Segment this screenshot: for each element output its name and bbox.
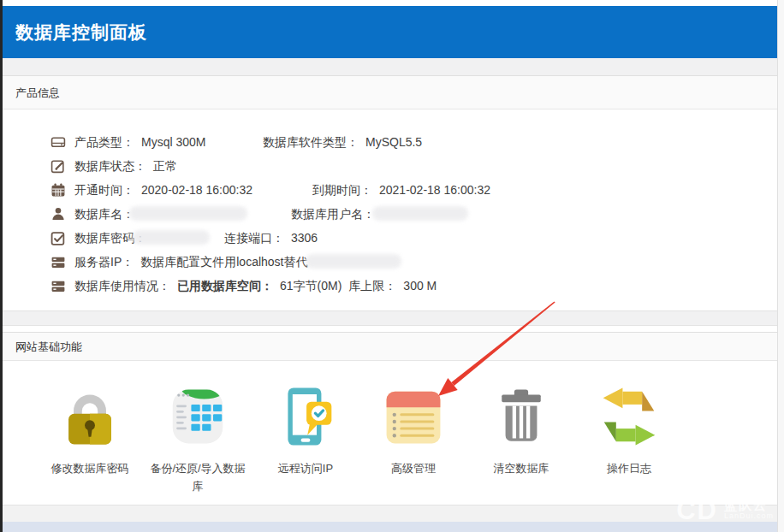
feature-operation-logs[interactable]: 操作日志: [575, 382, 683, 496]
value: Mysql 300M: [141, 135, 205, 149]
trash-icon: [487, 382, 555, 451]
user-icon: [50, 206, 66, 222]
field-expire-time: 到期时间：2021-02-18 16:00:32: [312, 178, 490, 202]
feature-label[interactable]: 远程访问IP: [278, 460, 333, 478]
product-info-body: 产品类型：Mysql 300M 数据库软件类型：MySQL5.5 数据库状态：正…: [3, 109, 777, 310]
label: 产品类型：: [74, 135, 134, 149]
bottom-blue-strip: [3, 522, 777, 532]
label: 数据库用户名：: [291, 207, 375, 221]
info-row-db-usage: 数据库使用情况：已用数据库空间：61字节(0M)库上限：300 M: [3, 274, 777, 298]
notes-icon: [379, 382, 448, 451]
label: 到期时间：: [312, 183, 372, 197]
field-db-username: 数据库用户名：: [291, 202, 375, 226]
field-server-ip: 服务器IP：数据库配置文件用localhost替代: [74, 250, 308, 274]
value: 数据库配置文件用localhost替代: [140, 255, 307, 269]
field-open-time: 开通时间：2020-02-18 16:00:32: [74, 178, 252, 202]
header-gap-band: [3, 58, 777, 75]
value: MySQL5.5: [365, 135, 422, 149]
feature-empty-database[interactable]: 清空数据库: [467, 382, 575, 496]
section-product-info-label: 产品信息: [15, 86, 60, 99]
feature-backup-restore-import[interactable]: 备份/还原/导入数据库: [144, 382, 252, 496]
field-product-type: 产品类型：Mysql 300M: [74, 130, 205, 154]
feature-label[interactable]: 备份/还原/导入数据库: [148, 460, 247, 496]
main-content: 数据库控制面板 产品信息 产品类型：Mysql 300M 数据库软件类型：MyS…: [3, 0, 777, 532]
feature-label[interactable]: 修改数据库密码: [51, 460, 129, 478]
field-db-usage: 数据库使用情况：已用数据库空间：61字节(0M)库上限：300 M: [74, 274, 437, 298]
field-db-name: 数据库名：: [74, 202, 134, 226]
calendar-icon: [50, 182, 66, 198]
features-row: 修改数据库密码: [3, 361, 777, 496]
panel-header: 数据库控制面板: [3, 6, 777, 58]
used-space-label: 已用数据库空间：: [177, 279, 273, 293]
sync-icon: [595, 382, 663, 451]
bottom-gray-strip: [3, 505, 777, 522]
label: 开通时间：: [74, 183, 134, 197]
info-row-db-password: 数据库密码： 连接端口：3306: [3, 226, 777, 250]
server-icon: [50, 254, 66, 269]
info-row-server-ip: 服务器IP：数据库配置文件用localhost替代: [3, 250, 777, 274]
section-site-features-label: 网站基础功能: [15, 340, 82, 353]
features-body: 修改数据库密码: [3, 361, 777, 505]
feature-label[interactable]: 高级管理: [391, 460, 436, 478]
redacted-db-name: [129, 206, 247, 221]
field-port: 连接端口：3306: [224, 226, 318, 250]
value: 2021-02-18 16:00:32: [379, 183, 490, 197]
feature-label[interactable]: 操作日志: [607, 460, 651, 478]
label: 连接端口：: [224, 231, 284, 245]
info-row-dates: 开通时间：2020-02-18 16:00:32 到期时间：2021-02-18…: [3, 178, 777, 202]
label: 数据库名：: [74, 207, 134, 221]
remote-ip-icon: [271, 382, 340, 451]
section-gap-band: [3, 310, 777, 326]
redacted-server-ip: [306, 254, 401, 269]
info-row-product-type: 产品类型：Mysql 300M 数据库软件类型：MySQL5.5: [3, 130, 777, 154]
feature-remote-access-ip[interactable]: 远程访问IP: [252, 382, 359, 496]
checkbox-icon: [50, 230, 66, 245]
value: 正常: [153, 159, 177, 173]
feature-change-db-password[interactable]: 修改数据库密码: [36, 382, 144, 496]
feature-advanced-management[interactable]: 高级管理: [359, 382, 467, 496]
edit-icon: [50, 158, 66, 174]
drive-icon: [50, 134, 66, 150]
server-icon: [50, 278, 66, 293]
top-strip: [3, 0, 777, 6]
value: 2020-02-18 16:00:32: [141, 183, 252, 197]
field-db-status: 数据库状态：正常: [74, 154, 177, 178]
page-title: 数据库控制面板: [3, 6, 777, 58]
limit-value: 300 M: [403, 279, 437, 293]
label: 数据库状态：: [74, 159, 146, 173]
used-space-value: 61字节(0M): [280, 279, 342, 293]
feature-label[interactable]: 清空数据库: [494, 460, 549, 478]
backup-icon: [163, 382, 232, 451]
redacted-db-username: [372, 206, 468, 221]
section-site-features: 网站基础功能: [3, 332, 777, 361]
label: 数据库使用情况：: [74, 279, 170, 293]
database-control-panel-page: 数据库控制面板 产品信息 产品类型：Mysql 300M 数据库软件类型：MyS…: [0, 0, 784, 532]
lock-icon: [56, 382, 124, 451]
label: 服务器IP：: [74, 255, 134, 269]
window-right-edge: [777, 0, 784, 532]
window-left-edge: [0, 0, 3, 532]
redacted-db-password: [133, 230, 210, 245]
field-db-software-type: 数据库软件类型：MySQL5.5: [263, 130, 422, 154]
limit-label: 库上限：: [348, 279, 396, 293]
section-product-info: 产品信息: [3, 75, 777, 109]
value: 3306: [291, 231, 318, 245]
info-row-db-status: 数据库状态：正常: [3, 154, 777, 178]
label: 数据库软件类型：: [263, 135, 359, 149]
info-row-db-name: 数据库名： 数据库用户名：: [3, 202, 777, 226]
